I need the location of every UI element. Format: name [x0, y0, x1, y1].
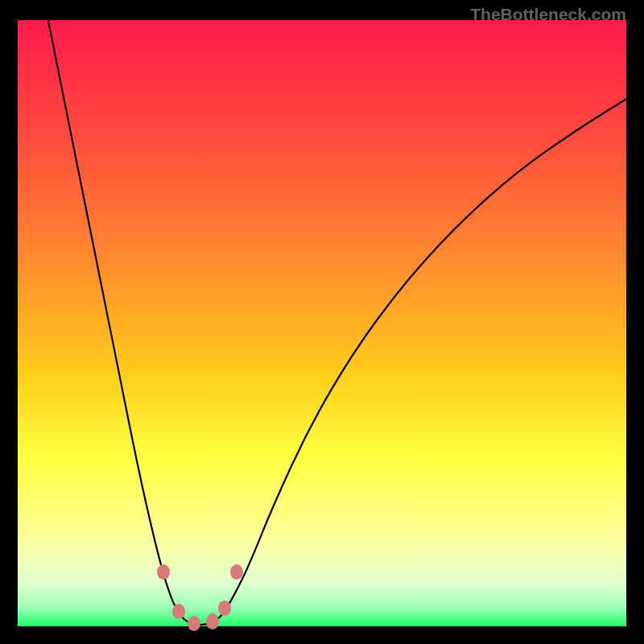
curve-marker — [218, 601, 231, 616]
chart-container: TheBottleneck.com — [0, 0, 644, 644]
bottleneck-curve — [18, 20, 626, 626]
curve-marker — [206, 613, 219, 629]
watermark-text: TheBottleneck.com — [470, 5, 626, 24]
chart-area — [18, 20, 626, 626]
curve-marker — [230, 564, 243, 580]
curve-marker — [172, 604, 185, 619]
curve-marker — [188, 616, 200, 631]
